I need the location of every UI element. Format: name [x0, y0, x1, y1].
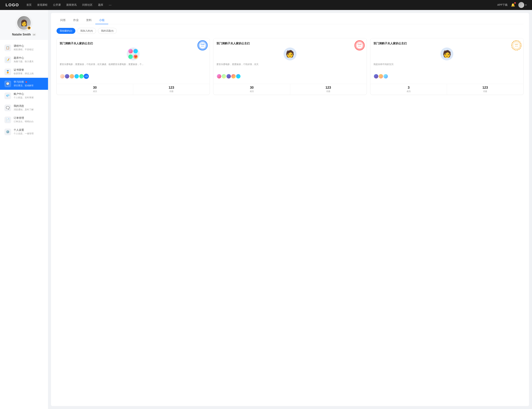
- nav-news[interactable]: 新闻资讯: [66, 3, 77, 7]
- messages-sub: 消息通知、及时了解: [14, 108, 44, 111]
- question-bank-sub: 海量习题、助力通关: [14, 60, 44, 63]
- settings-sub: 个人信息、一键管理: [14, 132, 44, 135]
- certificate-sub: 收获荣誉、持证上岗: [14, 72, 44, 75]
- question-bank-icon: 📝: [4, 56, 11, 63]
- member-av-5: [79, 74, 84, 79]
- bell-icon[interactable]: 🔔: [511, 3, 515, 7]
- sidebar-item-course-center[interactable]: 📋 课程中心 精彩课程、不容错过: [0, 42, 48, 54]
- nav-links: 首页 发现课程 公开课 新闻资讯 问答社区 题库 ···: [27, 3, 497, 7]
- sidebar-item-certificate[interactable]: 🏅 证书荣誉 收获荣誉、持证上岗: [0, 66, 48, 78]
- svg-text:★ ★ ★: ★ ★ ★: [201, 46, 204, 47]
- group-card-3[interactable]: 双门洞豹子夫人家的公主们 认证中 ★ ★ ★ 🧑: [370, 38, 523, 95]
- nav-chevron-icon: ▾: [525, 4, 526, 6]
- user-avatar-button[interactable]: ▾: [518, 2, 526, 8]
- card3-topic-stat: 123 话题: [447, 84, 523, 95]
- card1-members: +15: [60, 74, 207, 79]
- member-av-c3-3: [383, 74, 388, 79]
- svg-point-11: [513, 42, 520, 49]
- sidebar-item-question-bank[interactable]: 📝 题库中心 海量习题、助力通关: [0, 54, 48, 66]
- profile-section: 👩 🎓 Natalie Smith VIP: [0, 10, 48, 40]
- settings-icon: ⚙️: [4, 129, 11, 135]
- card3-header: 双门洞豹子夫人家的公主们 认证中 ★ ★ ★ 🧑: [371, 38, 523, 84]
- sidebar-item-settings[interactable]: ⚙️ 个人设置 个人信息、一键管理: [0, 126, 48, 138]
- card1-title: 双门洞豹子夫人家的公主们: [60, 42, 207, 45]
- card3-member-count: 3: [371, 86, 447, 90]
- nav-qa[interactable]: 问答社区: [82, 3, 92, 7]
- orders-text: 订单管理 订单支出、明明白白: [14, 116, 44, 123]
- badge-icon: 🎓: [28, 27, 30, 29]
- card2-stats: 30 成员 123 话题: [213, 84, 366, 95]
- tab-groups[interactable]: 小组: [95, 17, 108, 24]
- card2-stamp: 已认证 ★ ★ ★: [355, 40, 365, 50]
- orders-sub: 订单支出、明明白白: [14, 120, 44, 123]
- card1-topic-stat: 123 话题: [133, 84, 210, 95]
- member-av-4: [74, 74, 79, 79]
- settings-text: 个人设置 个人信息、一键管理: [14, 128, 44, 135]
- group-card-2[interactable]: 双门洞豹子夫人家的公主们 已认证 ★ ★ ★ 🧑: [213, 38, 367, 95]
- sub-tabs: 我创建的(2) 我加入的(4) 我的话题(4): [56, 28, 523, 34]
- svg-text:认证中: 认证中: [515, 44, 518, 45]
- member-av-1: [60, 74, 65, 79]
- bell-container[interactable]: 🔔: [511, 3, 515, 7]
- profile-name-text: Natalie Smith: [12, 33, 31, 36]
- card3-member-stat: 3 成员: [371, 84, 447, 95]
- tab-homework[interactable]: 作业: [69, 17, 83, 24]
- bell-badge: [514, 2, 516, 4]
- card2-topic-count: 123: [290, 86, 367, 90]
- svg-point-7: [356, 42, 363, 49]
- member-av-c2-3: [226, 74, 231, 79]
- card2-member-label: 成员: [213, 90, 290, 93]
- nav-home[interactable]: 首页: [27, 3, 32, 7]
- account-center-sub: 个人权益、实时掌握: [14, 96, 44, 99]
- member-more-1: +15: [84, 74, 89, 79]
- member-av-2: [64, 74, 70, 79]
- sub-tab-joined[interactable]: 我加入的(4): [77, 28, 96, 34]
- card1-topic-count: 123: [133, 86, 210, 90]
- learning-qa-title: 学习问答: [14, 80, 44, 84]
- sub-tab-topics[interactable]: 我的话题(4): [98, 28, 117, 34]
- nav-question-bank[interactable]: 题库: [98, 3, 103, 7]
- navbar: LOGO 首页 发现课程 公开课 新闻资讯 问答社区 题库 ··· APP下载 …: [0, 0, 532, 10]
- sidebar-item-orders[interactable]: 📄 订单管理 订单支出、明明白白: [0, 114, 48, 126]
- svg-point-6: [356, 41, 364, 49]
- card3-description: 我是你得不到的宝贝: [374, 63, 520, 72]
- svg-text:VIP: VIP: [33, 34, 35, 36]
- group-card-1[interactable]: 双门洞豹子夫人家的公主们 已认证 ★ ★ ★: [56, 38, 210, 95]
- member-av-c2-5: [236, 74, 241, 79]
- card2-members: [217, 74, 363, 79]
- card2-header: 双门洞豹子夫人家的公主们 已认证 ★ ★ ★ 🧑: [213, 38, 366, 84]
- sidebar-item-learning-qa[interactable]: 💬 学习问答 课后重温、疑难解答: [0, 78, 48, 90]
- card3-group-avatar: 🧑: [374, 47, 520, 60]
- sidebar-item-messages[interactable]: 🗨️ 我的消息 消息通知、及时了解: [0, 102, 48, 114]
- messages-title: 我的消息: [14, 104, 44, 108]
- tab-qa[interactable]: 问答: [56, 17, 69, 24]
- qa-notification-dot: [26, 81, 27, 83]
- member-av-c2-4: [231, 74, 236, 79]
- profile-avatar-container: 👩 🎓: [17, 16, 31, 30]
- sub-tab-created[interactable]: 我创建的(2): [56, 28, 75, 34]
- nav-more[interactable]: ···: [109, 3, 111, 7]
- sidebar: 👩 🎓 Natalie Smith VIP 📋 课程中心 精彩课程、不容错过: [0, 10, 48, 409]
- card1-stamp: 已认证 ★ ★ ★: [197, 40, 208, 50]
- card3-topic-label: 话题: [447, 90, 523, 93]
- card2-description: 爱音乐爱电影，更爱旅游，个性好强，但又: [217, 63, 363, 72]
- svg-text:已认证: 已认证: [201, 43, 205, 45]
- messages-icon: 🗨️: [4, 104, 11, 111]
- tab-materials[interactable]: 资料: [83, 17, 95, 24]
- card3-title: 双门洞豹子夫人家的公主们: [374, 42, 520, 45]
- card2-group-avatar: 🧑: [217, 47, 363, 60]
- course-center-icon: 📋: [4, 45, 11, 51]
- card1-member-stat: 30 成员: [57, 84, 133, 95]
- svg-point-10: [513, 41, 520, 49]
- member-av-c2-2: [221, 74, 227, 79]
- nav-discover[interactable]: 发现课程: [37, 3, 47, 7]
- question-bank-text: 题库中心 海量习题、助力通关: [14, 56, 44, 63]
- profile-verify-icon: VIP: [32, 33, 36, 36]
- nav-open-course[interactable]: 公开课: [53, 3, 61, 7]
- app-download-link[interactable]: APP下载: [497, 3, 508, 7]
- logo[interactable]: LOGO: [6, 3, 19, 7]
- question-bank-title: 题库中心: [14, 56, 44, 60]
- learning-qa-text: 学习问答 课后重温、疑难解答: [14, 80, 44, 87]
- card3-topic-count: 123: [447, 86, 523, 90]
- sidebar-item-account-center[interactable]: 💎 账户中心 个人权益、实时掌握: [0, 90, 48, 102]
